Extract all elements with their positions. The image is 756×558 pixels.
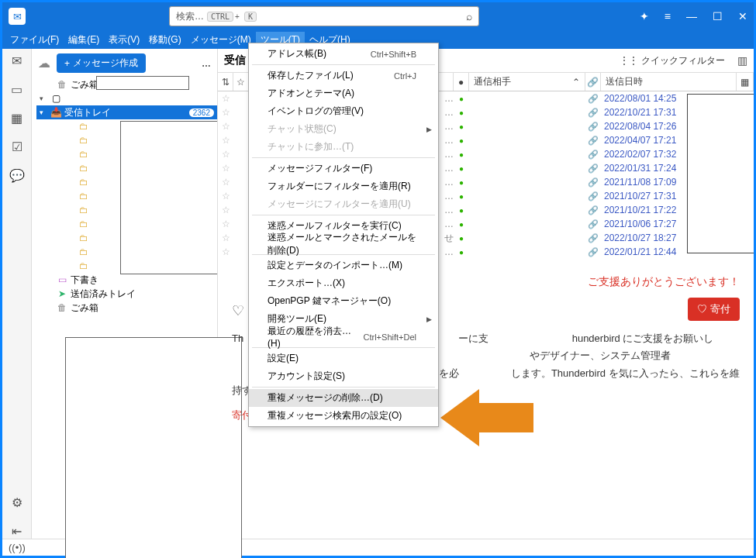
col-thread-icon[interactable]: ⇅ [218, 73, 233, 91]
folder-row[interactable]: ▾📥受信トレイ2362 [36, 105, 217, 119]
col-date[interactable]: 送信日時 [601, 73, 737, 91]
read-dot-icon[interactable]: ● [454, 234, 469, 243]
star-icon[interactable]: ☆ [218, 163, 233, 174]
read-dot-icon[interactable]: ● [454, 248, 469, 257]
rail-addressbook-icon[interactable]: ▭ [11, 82, 22, 97]
read-dot-icon[interactable]: ● [454, 108, 469, 117]
read-dot-icon[interactable]: ● [454, 178, 469, 187]
heart-icon: ♡ [697, 303, 707, 315]
menu-2[interactable]: 表示(V) [104, 32, 144, 48]
star-icon[interactable]: ☆ [218, 219, 233, 229]
attachment-icon: 🔗 [585, 177, 601, 188]
read-dot-icon[interactable]: ● [454, 220, 469, 229]
online-icon[interactable]: ((•)) [9, 542, 26, 553]
get-messages-icon[interactable]: ☁ [38, 56, 50, 71]
menu-item: チャットに参加…(T) [249, 138, 438, 156]
search-placeholder: 検索… [176, 10, 204, 23]
menu-item[interactable]: 最近の履歴を消去…(H)Ctrl+Shift+Del [249, 328, 438, 346]
read-dot-icon[interactable]: ● [454, 206, 469, 215]
read-dot-icon[interactable]: ● [454, 192, 469, 201]
minimize-icon[interactable]: — [686, 10, 697, 22]
col-read-icon[interactable]: ● [454, 73, 469, 91]
star-icon[interactable]: ☆ [218, 93, 233, 104]
col-correspondent[interactable]: 通信相手 ⌃ [469, 73, 585, 91]
menu-item[interactable]: 設定とデータのインポート…(M) [249, 257, 438, 274]
tools-menu-popup: アドレス帳(B)Ctrl+Shift+B保存したファイル(L)Ctrl+Jアドオ… [248, 43, 439, 427]
menu-item[interactable]: エクスポート…(X) [249, 274, 438, 292]
rail-chat-icon[interactable]: 💬 [9, 168, 25, 183]
col-attachment-icon[interactable]: 🔗 [585, 73, 601, 91]
star-icon[interactable]: ☆ [218, 135, 233, 146]
rail-mail-icon[interactable]: ✉ [12, 53, 22, 68]
menu-1[interactable]: 編集(E) [64, 32, 104, 48]
rail-tasks-icon[interactable]: ☑ [12, 140, 22, 154]
attachment-icon: 🔗 [585, 150, 601, 160]
read-dot-icon[interactable]: ● [454, 95, 469, 103]
compose-button[interactable]: + メッセージ作成 [57, 53, 146, 73]
read-dot-icon[interactable]: ● [454, 164, 469, 173]
folder-row[interactable]: ▾▢ [36, 91, 217, 105]
global-search-input[interactable]: 検索… CTRL + K ⌕ [169, 6, 479, 26]
menu-item[interactable]: メッセージフィルター(F) [249, 160, 438, 177]
menu-4[interactable]: メッセージ(M) [186, 32, 256, 48]
menu-item-label: アドレス帳(B) [268, 47, 326, 60]
hamburger-icon[interactable]: ≡ [665, 10, 671, 22]
menu-item[interactable]: 保存したファイル(L)Ctrl+J [249, 67, 438, 84]
attachment-icon: 🔗 [585, 94, 601, 104]
addons-icon[interactable]: ✦ [640, 10, 649, 22]
menu-item[interactable]: アドオンとテーマ(A) [249, 84, 438, 102]
menu-item[interactable]: 重複メッセージの削除…(D) [249, 389, 438, 407]
menu-item[interactable]: フォルダーにフィルターを適用(R) [249, 177, 438, 195]
donate-button[interactable]: ♡ 寄付 [688, 298, 740, 321]
maximize-icon[interactable]: ☐ [713, 10, 723, 22]
rail-calendar-icon[interactable]: ▦ [11, 111, 22, 126]
menu-3[interactable]: 移動(G) [144, 32, 185, 48]
rail-collapse-icon[interactable]: ⇤ [12, 524, 22, 539]
star-icon[interactable]: ☆ [218, 107, 233, 118]
display-options-icon[interactable]: ▥ [737, 54, 747, 67]
star-icon[interactable]: ☆ [218, 121, 233, 132]
kbd-plus: + [235, 12, 240, 21]
chevron-down-icon: ▾ [40, 95, 47, 102]
folder-icon: 🗀 [78, 219, 89, 229]
folder-row[interactable]: ➤送信済みトレイ [36, 287, 217, 301]
star-icon[interactable]: ☆ [218, 205, 233, 215]
folder-icon: 🗀 [78, 232, 89, 243]
menu-item[interactable]: イベントログの管理(V) [249, 102, 438, 120]
menu-item[interactable]: 迷惑メールとマークされたメールを削除(D) [249, 235, 438, 253]
menu-item-label: OpenPGP 鍵マネージャー(O) [268, 294, 391, 308]
menu-item[interactable]: 重複メッセージ検索用の設定(O) [249, 407, 438, 425]
folder-title: 受信 [224, 53, 246, 67]
folder-icon: 🗀 [78, 135, 89, 146]
menu-item[interactable]: 設定(E) [249, 350, 438, 367]
menu-item-label: 最近の履歴を消去…(H) [268, 325, 364, 349]
menu-0[interactable]: ファイル(F) [5, 32, 64, 48]
rail-settings-icon[interactable]: ⚙ [12, 495, 22, 510]
col-star-icon[interactable]: ☆ [233, 73, 249, 91]
star-icon[interactable]: ☆ [218, 191, 233, 202]
menu-item-label: メッセージにフィルターを適用(U) [268, 198, 411, 211]
menu-item-label: チャット状態(C) [268, 122, 337, 136]
quick-filter-button[interactable]: ⋮⋮ クイックフィルター [620, 54, 725, 67]
menu-item[interactable]: アドレス帳(B)Ctrl+Shift+B [249, 45, 438, 63]
read-dot-icon[interactable]: ● [454, 150, 469, 159]
folder-icon: 🗀 [78, 260, 89, 271]
read-dot-icon[interactable]: ● [454, 122, 469, 131]
folder-row[interactable]: 🗑ごみ箱 [36, 301, 217, 315]
close-icon[interactable]: ✕ [738, 10, 747, 22]
star-icon[interactable]: ☆ [218, 177, 233, 188]
folder-row[interactable]: ▭下書き [36, 273, 217, 287]
star-icon[interactable]: ☆ [218, 149, 233, 160]
menu-item[interactable]: OpenPGP 鍵マネージャー(O) [249, 292, 438, 310]
menu-item[interactable]: アカウント設定(S) [249, 367, 438, 385]
folder-icon: 🗀 [78, 205, 89, 215]
col-picker-icon[interactable]: ▦ [737, 73, 754, 91]
trash-icon: 🗑 [57, 302, 67, 313]
read-dot-icon[interactable]: ● [454, 136, 469, 145]
star-icon[interactable]: ☆ [218, 246, 233, 257]
plus-icon: + [64, 58, 70, 69]
sidebar-more-icon[interactable]: … [202, 58, 211, 69]
folder-sidebar: ☁ + メッセージ作成 … 🗑ごみ箱▾▢▾📥受信トレイ2362🗀462🗀🗀58🗀… [32, 49, 218, 539]
drafts-icon: ▭ [57, 274, 67, 285]
star-icon[interactable]: ☆ [218, 232, 233, 243]
